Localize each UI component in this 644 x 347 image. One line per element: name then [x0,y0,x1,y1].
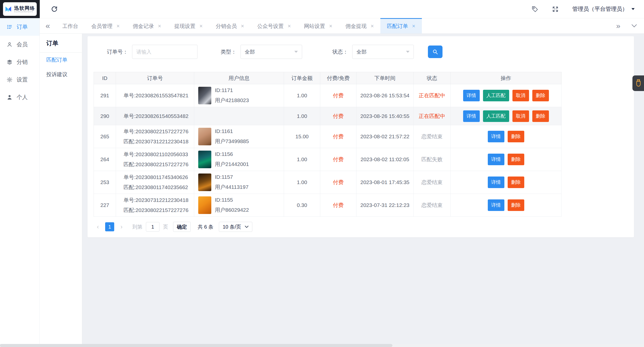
sidebar-item-settings[interactable]: 设置 [0,71,39,89]
page-number-button[interactable]: 1 [105,222,114,231]
cell-fee-type: 付费 [320,107,356,125]
cell-id: 227 [94,194,116,217]
detail-button[interactable]: 详情 [463,110,480,122]
sidebar-item-orders[interactable]: 订单 [0,18,39,36]
detail-button[interactable]: 详情 [488,154,504,165]
delete-order-button[interactable]: 删除 [508,154,524,165]
sidebar-item-profile[interactable]: 个人 [0,89,39,106]
submenu-item-label: 投诉建议 [46,71,67,78]
order-no-input[interactable] [132,45,197,59]
delete-order-button[interactable]: 删除 [532,90,549,101]
column-header: 付费/免费 [320,72,356,84]
close-tab-icon[interactable]: × [412,23,415,29]
tab-label: 会员管理 [91,23,112,30]
detail-button[interactable]: 详情 [488,177,504,188]
fullscreen-icon[interactable] [552,6,559,13]
sidebar-item-label: 设置 [17,76,28,83]
filter-bar: 订单号： 类型： 全部 状态： 全部 [88,36,634,59]
total-count-label: 共 6 条 [198,224,213,230]
horizontal-scrollbar[interactable] [0,344,644,347]
close-tab-icon[interactable]: × [158,23,161,29]
tab-item[interactable]: 匹配订单× [380,18,422,33]
manual-match-button[interactable]: 人工匹配 [483,90,509,101]
detail-button[interactable]: 详情 [488,131,504,142]
cell-status: 恋爱结束 [414,194,451,217]
tab-item[interactable]: 分销会员× [209,18,251,33]
brand-logo[interactable]: 迅软网络 XunRuanNetwork [3,2,37,16]
scrollbar-thumb[interactable] [0,344,392,347]
goto-page-input[interactable] [146,222,159,232]
order-no-line: 单号:202308261540553482 [124,113,188,120]
refresh-icon[interactable] [51,6,58,13]
cell-fee-type: 付费 [320,148,356,171]
prev-page-icon[interactable]: ‹ [94,222,102,231]
confirm-page-button[interactable]: 确定 [173,222,191,232]
close-tab-icon[interactable]: × [288,23,291,29]
tab-bar: « 工作台会员管理×佣金记录×提现设置×分销会员×公众号设置×网站设置×佣金提现… [40,18,644,34]
type-select[interactable]: 全部 [240,45,302,59]
close-tab-icon[interactable]: × [371,23,374,29]
close-tab-icon[interactable]: × [199,23,203,29]
detail-button[interactable]: 详情 [463,90,480,101]
cell-actions: 详情删除 [451,194,561,217]
page-size-select[interactable]: 10 条/页 [219,222,252,232]
tab-item[interactable]: 佣金记录× [126,18,168,33]
column-header: ID [94,72,116,84]
cell-id: 265 [94,125,116,148]
detail-button[interactable]: 详情 [488,199,504,211]
search-button[interactable] [428,46,442,58]
order-no-line: 匹配:202308022157227276 [124,207,188,214]
tag-icon[interactable] [532,6,538,13]
sidebar-item-distribution[interactable]: 分销 [0,53,39,71]
tab-label: 网站设置 [304,23,325,30]
brand-name: 迅软网络 [14,6,35,11]
type-label: 类型： [221,48,236,55]
tab-item[interactable]: 网站设置× [297,18,339,33]
floating-tool-button[interactable] [632,75,644,91]
user-avatar [198,87,211,104]
cell-status: 正在匹配中 [414,84,451,107]
tab-label: 佣金提现 [345,23,367,30]
next-page-icon[interactable]: › [117,222,126,231]
tab-item[interactable]: 提现设置× [168,18,209,33]
order-no-line: 单号:202308261553547821 [124,92,188,99]
tabs-menu-icon[interactable] [631,24,637,28]
tab-item[interactable]: 会员管理× [85,18,126,33]
admin-menu[interactable]: 管理员（平台管理员） [572,5,635,13]
column-header: 操作 [451,72,561,84]
scroll-tabs-right-icon[interactable]: » [616,22,620,30]
cell-fee-type: 付费 [320,171,356,194]
chevron-down-icon [245,226,249,228]
manual-match-button[interactable]: 人工匹配 [483,110,509,122]
search-icon [432,49,438,55]
order-no-line: 单号:202307312212230418 [124,197,188,204]
column-header: 用户信息 [194,72,284,84]
close-tab-icon[interactable]: × [116,23,120,29]
cell-status: 正在匹配中 [414,107,451,125]
delete-order-button[interactable]: 删除 [532,110,549,122]
cell-user-info: ID:1155用户86029422 [194,194,284,217]
cancel-order-button[interactable]: 取消 [512,90,529,101]
user-id: ID:1171 [215,87,233,93]
scroll-tabs-left-icon[interactable]: « [40,18,56,33]
cell-fee-type: 付费 [320,194,356,217]
submenu-item[interactable]: 投诉建议 [40,67,82,82]
submenu-item[interactable]: 匹配订单 [40,53,82,67]
tab-item[interactable]: 佣金提现× [339,18,380,33]
sidebar-item-member[interactable]: 会员 [0,36,39,53]
user-name: 用户42188023 [215,97,249,104]
tab-item[interactable]: 公众号设置× [251,18,297,33]
delete-order-button[interactable]: 删除 [508,177,524,188]
cancel-order-button[interactable]: 取消 [512,110,529,122]
tab-item[interactable]: 工作台 [56,18,85,33]
close-tab-icon[interactable]: × [241,23,244,29]
cell-order-no: 单号:202308021102056033匹配:2023080221572272… [116,148,194,171]
delete-order-button[interactable]: 删除 [508,131,524,142]
cell-amount: 1.00 [284,107,320,125]
delete-order-button[interactable]: 删除 [508,199,524,211]
order-no-label: 订单号： [107,48,128,55]
status-select[interactable]: 全部 [352,45,414,59]
select-caret-icon [294,51,298,53]
close-tab-icon[interactable]: × [329,23,332,29]
cell-id: 290 [94,107,116,125]
